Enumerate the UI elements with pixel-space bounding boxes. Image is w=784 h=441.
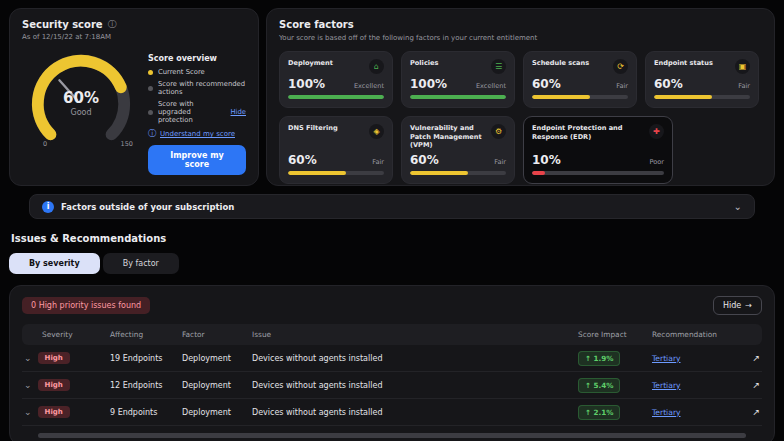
factor-card[interactable]: Vulnerability and Patch Management (VPM)…: [401, 116, 515, 184]
factor-progress-track: [654, 95, 750, 99]
factor-value: 100%: [410, 77, 447, 91]
affecting-cell: 12 Endpoints: [110, 381, 182, 390]
recommendation-cell: Tertiary: [652, 381, 738, 390]
security-score-panel: Security score ⓘ As of 12/15/22 at 7:18A…: [9, 8, 259, 186]
table-row[interactable]: ⌄ High 9 Endpoints Deployment Devices wi…: [22, 399, 762, 426]
score-overview: Score overview Current Score Score with …: [148, 45, 246, 175]
score-impact-cell: ↑ 1.9%: [578, 351, 652, 366]
issue-cell: Devices without agents installed: [252, 354, 578, 363]
legend-label: Current Score: [158, 68, 205, 76]
factor-name: Schedule scans: [532, 59, 589, 74]
gauge-center: 60% Good: [22, 89, 140, 117]
info-icon[interactable]: ⓘ: [108, 20, 117, 29]
score-impact-cell: ↑ 5.4%: [578, 378, 652, 393]
severity-badge: High: [38, 379, 70, 391]
factor-progress-fill: [654, 95, 712, 99]
factor-cell: Deployment: [182, 408, 252, 417]
legend-label: Score with recommended actions: [158, 80, 246, 96]
factor-status: Excellent: [476, 82, 506, 90]
factor-status: Excellent: [354, 82, 384, 90]
factor-card-head: Endpoint status ▣: [654, 59, 750, 74]
security-dashboard: Security score ⓘ As of 12/15/22 at 7:18A…: [0, 0, 784, 441]
factor-value-row: 60% Fair: [654, 74, 750, 91]
affecting-cell: 9 Endpoints: [110, 408, 182, 417]
external-link-icon[interactable]: ↗: [738, 407, 762, 417]
score-impact-badge: ↑ 1.9%: [578, 351, 620, 366]
factor-progress-track: [288, 95, 384, 99]
factor-card[interactable]: Deployment ⌂ 100% Excellent: [279, 51, 393, 108]
column-header-factor: Factor: [182, 330, 252, 339]
understand-score-link[interactable]: Understand my score: [160, 130, 235, 138]
external-link-icon[interactable]: ↗: [738, 353, 762, 363]
issue-cell: Devices without agents installed: [252, 408, 578, 417]
factor-value: 10%: [532, 153, 561, 167]
deployment-home-icon: ⌂: [369, 59, 384, 74]
factor-progress-track: [410, 171, 506, 175]
factor-name: Vulnerability and Patch Management (VPM): [410, 124, 487, 150]
row-chevron-icon[interactable]: ⌄: [24, 354, 32, 363]
legend-dot: [148, 70, 153, 75]
factor-card-head: Endpoint Protection and Response (EDR) ✚: [532, 124, 664, 141]
row-chevron-icon[interactable]: ⌄: [24, 381, 32, 390]
issues-panel: 0 High priority issues found Hide → Seve…: [9, 285, 775, 441]
legend-item: Current Score: [148, 68, 246, 76]
gauge-status-label: Good: [22, 108, 140, 117]
policies-list-icon: ☰: [491, 59, 506, 74]
factor-card[interactable]: DNS Filtering ◈ 60% Fair: [279, 116, 393, 184]
score-impact-badge: ↑ 2.1%: [578, 405, 620, 420]
issue-cell: Devices without agents installed: [252, 381, 578, 390]
factor-progress-fill: [532, 95, 590, 99]
factor-card[interactable]: Schedule scans ⟳ 60% Fair: [523, 51, 637, 108]
external-link-icon[interactable]: ↗: [738, 380, 762, 390]
factor-status: Fair: [616, 82, 628, 90]
issues-toolbar: 0 High priority issues found Hide →: [22, 296, 762, 315]
factor-progress-track: [410, 95, 506, 99]
table-row[interactable]: ⌄ High 12 Endpoints Deployment Devices w…: [22, 372, 762, 399]
recommendation-link[interactable]: Tertiary: [652, 354, 681, 363]
chevron-down-icon[interactable]: ⌄: [734, 202, 742, 212]
security-score-gauge: 60% Good 0 150: [22, 45, 140, 151]
gauge-min-label: 0: [43, 140, 47, 148]
table-row[interactable]: ⌄ High 19 Endpoints Deployment Devices w…: [22, 345, 762, 372]
recommendation-link[interactable]: Tertiary: [652, 408, 681, 417]
factor-progress-track: [532, 95, 628, 99]
factor-card[interactable]: Policies ☰ 100% Excellent: [401, 51, 515, 108]
subscription-info-icon: i: [42, 201, 54, 213]
factor-card[interactable]: Endpoint status ▣ 60% Fair: [645, 51, 759, 108]
factor-card-head: DNS Filtering ◈: [288, 124, 384, 139]
factor-progress-track: [532, 171, 664, 175]
factor-card-head: Schedule scans ⟳: [532, 59, 628, 74]
understand-score-icon: ⓘ: [148, 130, 156, 138]
severity-badge: High: [38, 406, 70, 418]
hide-button-label: Hide: [723, 301, 741, 310]
score-as-of-timestamp: As of 12/15/22 at 7:18AM: [22, 33, 246, 41]
severity-cell: ⌄ High: [22, 379, 110, 391]
issues-table-header: SeverityAffectingFactorIssueScore Impact…: [22, 324, 762, 345]
gauge-max-label: 150: [121, 140, 133, 148]
factor-progress-fill: [288, 171, 346, 175]
row-chevron-icon[interactable]: ⌄: [24, 408, 32, 417]
outside-subscription-bar[interactable]: i Factors outside of your subscription ⌄: [29, 194, 755, 219]
tab-by-factor[interactable]: By factor: [103, 253, 179, 274]
improve-score-button[interactable]: Improve my score: [148, 145, 246, 175]
severity-cell: ⌄ High: [22, 406, 110, 418]
factor-status: Fair: [372, 158, 384, 166]
arrow-right-icon: →: [745, 301, 752, 310]
factor-name: Endpoint Protection and Response (EDR): [532, 124, 645, 141]
legend-item: Score with upgraded protection Hide: [148, 100, 246, 124]
horizontal-scrollbar[interactable]: [38, 433, 746, 438]
legend-suffix-link[interactable]: Hide: [231, 108, 247, 116]
factor-card[interactable]: Endpoint Protection and Response (EDR) ✚…: [523, 116, 673, 184]
hide-button[interactable]: Hide →: [713, 296, 762, 315]
factor-cell: Deployment: [182, 354, 252, 363]
factor-card-head: Vulnerability and Patch Management (VPM)…: [410, 124, 506, 150]
affecting-cell: 19 Endpoints: [110, 354, 182, 363]
factor-value-row: 60% Fair: [288, 150, 384, 167]
recommendation-link[interactable]: Tertiary: [652, 381, 681, 390]
tab-by-severity[interactable]: By severity: [9, 253, 100, 274]
factor-card-head: Policies ☰: [410, 59, 506, 74]
factor-status: Poor: [649, 158, 664, 166]
factor-value-row: 60% Fair: [532, 74, 628, 91]
score-factors-title: Score factors: [279, 19, 762, 30]
column-header-issue: Issue: [252, 330, 578, 339]
